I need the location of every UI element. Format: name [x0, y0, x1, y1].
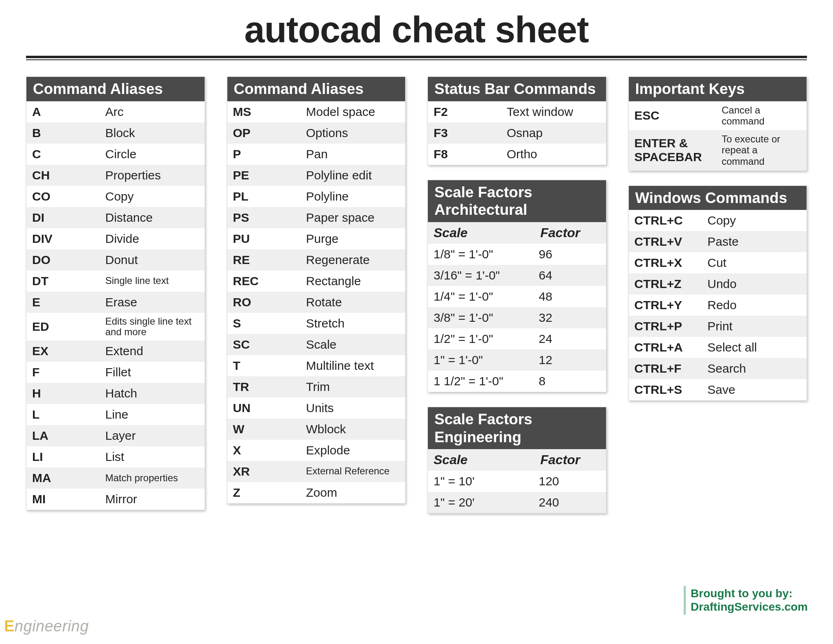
- card-header: Status Bar Commands: [428, 77, 606, 101]
- row-key: F: [26, 362, 101, 382]
- table-row: DODonut: [26, 249, 205, 271]
- table-row: BBlock: [26, 122, 205, 144]
- row-key: SC: [227, 334, 302, 355]
- row-key: XR: [227, 461, 302, 482]
- row-value: Layer: [101, 426, 205, 446]
- subheader-factor: Factor: [535, 449, 606, 471]
- row-value: 24: [535, 329, 606, 349]
- row-value: Multiline text: [302, 356, 405, 376]
- row-value: Copy: [101, 186, 205, 207]
- row-value: Stretch: [302, 313, 405, 334]
- table-row: PSPaper space: [227, 207, 406, 228]
- row-key: C: [26, 144, 101, 164]
- row-key: CTRL+X: [629, 253, 704, 273]
- subheader-scale: Scale: [428, 222, 535, 244]
- card-windows-commands: Windows Commands CTRL+CCopyCTRL+VPasteCT…: [628, 186, 807, 401]
- row-value: To execute or repeat a command: [717, 130, 807, 170]
- row-key: 1" = 1'-0": [428, 350, 535, 370]
- row-value: Purge: [302, 229, 405, 249]
- column-2: Command Aliases MSModel spaceOPOptionsPP…: [227, 76, 406, 504]
- table-row: RERegenerate: [227, 249, 406, 271]
- row-value: Distance: [101, 207, 205, 228]
- row-key: MA: [26, 468, 101, 488]
- row-key: W: [227, 419, 302, 439]
- row-value: Wblock: [302, 419, 405, 439]
- table-row: DIDistance: [26, 207, 205, 228]
- table-row: WWblock: [227, 419, 406, 440]
- row-key: Z: [227, 482, 302, 503]
- table-row: AArc: [26, 101, 205, 122]
- row-value: Options: [302, 123, 405, 143]
- row-value: Trim: [302, 377, 405, 397]
- row-key: E: [26, 292, 101, 312]
- table-row: FFillet: [26, 362, 205, 383]
- row-value: Cancel a command: [717, 101, 807, 130]
- row-value: Explode: [302, 440, 405, 461]
- card-header: Command Aliases: [227, 77, 406, 101]
- row-key: MI: [26, 489, 101, 509]
- row-key: PU: [227, 229, 302, 249]
- row-key: DI: [26, 207, 101, 228]
- row-key: H: [26, 383, 101, 404]
- row-key: 1" = 20': [428, 492, 535, 513]
- row-key: P: [227, 144, 302, 164]
- card-command-aliases-2: Command Aliases MSModel spaceOPOptionsPP…: [227, 76, 406, 504]
- row-value: 8: [535, 371, 606, 391]
- row-value: Pan: [302, 144, 405, 164]
- row-key: MS: [227, 102, 302, 122]
- table-row: TRTrim: [227, 376, 406, 397]
- card-header: Scale Factors Architectural: [428, 180, 606, 222]
- table-row: F2Text window: [428, 101, 606, 122]
- table-row: CTRL+FSearch: [629, 358, 807, 379]
- row-key: TR: [227, 377, 302, 397]
- row-key: CTRL+P: [629, 316, 704, 336]
- row-key: PS: [227, 207, 302, 228]
- table-row: CHProperties: [26, 165, 205, 186]
- table-row: TMultiline text: [227, 355, 406, 376]
- row-key: ENTER & SPACEBAR: [629, 133, 718, 167]
- table-row: F8Ortho: [428, 144, 606, 165]
- subheader-scale: Scale: [428, 449, 535, 471]
- table-row: XRExternal Reference: [227, 461, 406, 482]
- table-row: MSModel space: [227, 101, 406, 122]
- row-value: Text window: [503, 102, 606, 122]
- table-row: CTRL+XCut: [629, 252, 807, 273]
- row-value: 240: [535, 492, 606, 513]
- row-key: F2: [428, 102, 503, 122]
- row-key: CTRL+V: [629, 231, 704, 252]
- watermark: Engineering: [4, 618, 89, 635]
- table-row: CTRL+VPaste: [629, 231, 807, 252]
- row-value: 48: [535, 286, 606, 307]
- column-1: Command Aliases AArcBBlockCCircleCHPrope…: [26, 76, 205, 510]
- row-key: REC: [227, 271, 302, 291]
- table-row: CTRL+ZUndo: [629, 273, 807, 295]
- row-value: Divide: [101, 229, 205, 249]
- table-row: LLine: [26, 404, 205, 425]
- row-key: F8: [428, 144, 503, 164]
- table-row: 1" = 20'240: [428, 492, 606, 513]
- row-value: 12: [535, 350, 606, 370]
- row-key: CTRL+A: [629, 337, 704, 358]
- table-row: 1" = 1'-0"12: [428, 349, 606, 371]
- table-row: F3Osnap: [428, 122, 606, 144]
- row-value: Circle: [101, 144, 205, 164]
- row-key: ED: [26, 317, 101, 337]
- table-row: SStretch: [227, 313, 406, 334]
- row-key: LA: [26, 426, 101, 446]
- row-value: 64: [535, 265, 606, 286]
- row-key: F3: [428, 123, 503, 143]
- table-row: DIVDivide: [26, 228, 205, 249]
- row-value: Erase: [101, 292, 205, 312]
- row-key: OP: [227, 123, 302, 143]
- table-row: PEPolyline edit: [227, 165, 406, 186]
- card-header: Command Aliases: [26, 77, 205, 101]
- card-header: Windows Commands: [629, 186, 807, 210]
- table-row: DTSingle line text: [26, 271, 205, 292]
- row-key: 1" = 10': [428, 471, 535, 491]
- row-value: Search: [703, 358, 807, 379]
- table-row: CCircle: [26, 144, 205, 165]
- row-key: L: [26, 404, 101, 425]
- table-row: CTRL+YRedo: [629, 295, 807, 316]
- row-key: A: [26, 102, 101, 122]
- row-key: DO: [26, 250, 101, 270]
